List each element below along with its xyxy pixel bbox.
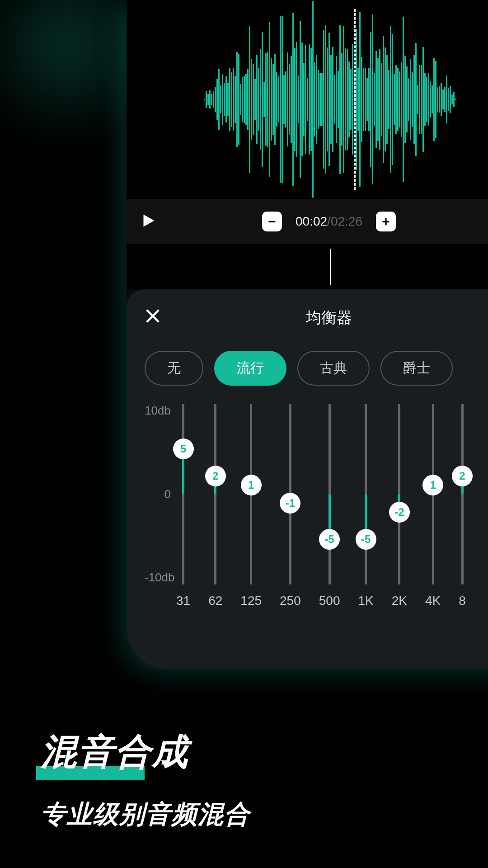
eq-thumb[interactable]: 1 [422,475,443,495]
zoom-in-button[interactable]: + [376,212,396,231]
total-time: /02:26 [327,214,362,228]
freq-label: 1K [358,594,373,608]
eq-slider-62[interactable]: 262 [208,404,222,608]
close-icon [145,308,161,324]
preset-list: 无流行古典爵士 [145,351,488,386]
promo-subtitle: 专业级别音频混合 [41,797,470,832]
play-icon [140,212,156,229]
eq-thumb[interactable]: 5 [173,439,194,459]
eq-sliders: 5312621125-1250-5500-51K-22K14K28 [176,404,488,608]
play-button[interactable] [140,212,156,231]
freq-label: 250 [280,594,301,608]
eq-slider-2K[interactable]: -22K [392,404,407,608]
eq-slider-500[interactable]: -5500 [319,404,340,608]
freq-label: 8 [459,594,466,608]
eq-thumb[interactable]: 2 [452,466,473,486]
current-time: 00:02 [296,214,327,228]
eq-thumb[interactable]: -2 [389,502,410,523]
preset-0[interactable]: 无 [145,351,203,386]
eq-slider-31[interactable]: 531 [176,404,190,608]
preset-1[interactable]: 流行 [214,351,286,386]
freq-label: 31 [176,594,190,608]
freq-label: 2K [392,594,407,608]
eq-slider-1K[interactable]: -51K [358,404,373,608]
freq-label: 4K [425,594,441,608]
playhead-indicator [354,9,356,190]
eq-slider-8[interactable]: 28 [459,404,466,608]
equalizer-title: 均衡器 [161,307,488,328]
promo-title: 混音合成 [41,728,189,777]
eq-slider-125[interactable]: 1125 [240,404,262,608]
close-button[interactable] [145,308,161,328]
transport-bar: − 00:02/02:26 + [127,199,488,244]
freq-label: 62 [208,594,222,608]
equalizer-panel: 均衡器 无流行古典爵士 10db 0 -10db 5312621125-1250… [127,289,488,669]
phone-frame: − 00:02/02:26 + 均衡器 无流行古典爵士 10db 0 -10db… [127,0,488,669]
promo-block: 混音合成 专业级别音频混合 [41,728,470,832]
eq-thumb[interactable]: -5 [356,529,376,550]
freq-label: 500 [319,594,340,608]
y-mid-label: 0 [145,487,171,501]
preset-3[interactable]: 爵士 [380,351,453,386]
preset-2[interactable]: 古典 [297,351,370,386]
eq-thumb[interactable]: -5 [319,529,340,550]
freq-label: 125 [240,594,262,608]
waveform-display[interactable] [127,0,488,199]
eq-thumb[interactable]: 1 [241,475,262,495]
y-max-label: 10db [145,404,171,418]
time-display: 00:02/02:26 [296,214,362,229]
eq-thumb[interactable]: 2 [205,466,226,486]
eq-y-axis: 10db 0 -10db [145,404,176,585]
eq-thumb[interactable]: -1 [280,493,300,514]
zoom-out-button[interactable]: − [262,212,282,231]
y-min-label: -10db [145,571,171,585]
eq-slider-250[interactable]: -1250 [280,404,301,608]
eq-slider-4K[interactable]: 14K [425,404,441,608]
mini-waveform[interactable] [127,244,488,289]
